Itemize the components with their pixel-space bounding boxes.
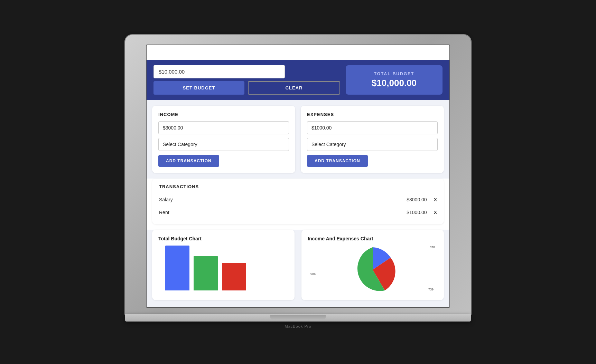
laptop-base — [125, 314, 471, 322]
laptop-wrapper: FINANCE TRACKER SET BUDGET CLEAR TOTAL B… — [125, 35, 471, 329]
app-header-bar: FINANCE TRACKER — [147, 45, 449, 60]
bar-green — [194, 256, 218, 290]
income-panel: INCOME Select Category Salary Freelance … — [152, 106, 295, 173]
income-add-transaction-button[interactable]: ADD TRANSACTION — [158, 155, 219, 167]
pie-label-878: 878 — [430, 246, 435, 249]
laptop-bezel: FINANCE TRACKER SET BUDGET CLEAR TOTAL B… — [125, 35, 471, 314]
bar-chart-title: Total Budget Chart — [158, 236, 288, 241]
transaction-delete-button[interactable]: X — [434, 210, 437, 215]
bar-blue — [165, 246, 189, 290]
expenses-panel-title: EXPENSES — [307, 112, 438, 117]
transaction-name: Salary — [159, 197, 407, 202]
clear-button[interactable]: CLEAR — [248, 81, 340, 95]
budget-section: SET BUDGET CLEAR TOTAL BUDGET $10,000.00 — [147, 60, 449, 100]
expenses-panel: EXPENSES Select Category Rent Food Trans… — [301, 106, 444, 173]
income-amount-input[interactable] — [158, 121, 289, 134]
income-panel-title: INCOME — [158, 112, 289, 117]
budget-buttons: SET BUDGET CLEAR — [153, 81, 340, 95]
total-budget-box: TOTAL BUDGET $10,000.00 — [346, 65, 443, 95]
budget-input-area: SET BUDGET CLEAR — [153, 65, 340, 95]
laptop-notch — [270, 315, 326, 320]
budget-input[interactable] — [153, 65, 285, 78]
charts-section: Total Budget Chart Income And Expenses C… — [147, 230, 449, 307]
laptop-screen: FINANCE TRACKER SET BUDGET CLEAR TOTAL B… — [146, 45, 450, 308]
app-title: FINANCE TRACKER — [268, 49, 328, 55]
transaction-panels: INCOME Select Category Salary Freelance … — [147, 100, 449, 179]
total-budget-label: TOTAL BUDGET — [360, 71, 429, 76]
pie-label-986: 986 — [310, 272, 316, 276]
transaction-name: Rent — [159, 210, 407, 215]
pie-chart-container: Income And Expenses Chart 878 986 739 — [301, 230, 444, 300]
bar-chart-container: Total Budget Chart — [152, 230, 295, 300]
income-category-select[interactable]: Select Category Salary Freelance Investm… — [158, 138, 289, 151]
expenses-amount-input[interactable] — [307, 121, 438, 134]
table-row: Salary $3000.00 X — [159, 193, 437, 206]
transaction-amount: $3000.00 — [407, 197, 427, 202]
macbook-label: MacBook Pro — [285, 324, 311, 328]
pie-chart-svg — [348, 246, 397, 294]
transactions-section: TRANSACTIONS Salary $3000.00 X Rent $100… — [152, 179, 444, 224]
set-budget-button[interactable]: SET BUDGET — [153, 81, 244, 95]
transactions-title: TRANSACTIONS — [159, 184, 437, 189]
expenses-category-select[interactable]: Select Category Rent Food Transport — [307, 138, 438, 151]
bar-red — [222, 263, 246, 290]
table-row: Rent $1000.00 X — [159, 206, 437, 219]
bar-chart — [158, 246, 288, 290]
pie-chart-title: Income And Expenses Chart — [308, 236, 438, 241]
transaction-amount: $1000.00 — [407, 210, 427, 215]
pie-label-739: 739 — [428, 288, 434, 291]
total-budget-value: $10,000.00 — [360, 78, 429, 88]
expenses-add-transaction-button[interactable]: ADD TRANSACTION — [307, 155, 368, 167]
transaction-delete-button[interactable]: X — [434, 197, 437, 202]
pie-chart-wrapper: 878 986 739 — [308, 246, 438, 294]
